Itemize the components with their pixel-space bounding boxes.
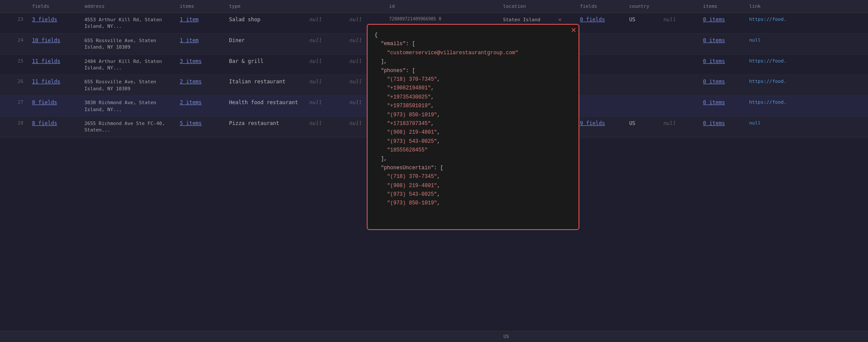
address-cell: 2484 Arthur Kill Rd, Staten Island, NY..… (80, 54, 175, 75)
items-cell[interactable]: 1 item (175, 13, 224, 34)
fields2-cell[interactable] (575, 96, 625, 117)
null3-cell (659, 96, 699, 117)
items-cell[interactable]: 5 items (175, 116, 224, 137)
fields2-cell[interactable]: 9 fields (575, 116, 625, 137)
fields-cell[interactable]: 3 fields (28, 13, 80, 34)
items2-cell[interactable]: 0 items (699, 54, 745, 75)
col-header-link: link (745, 0, 868, 13)
col-header-null1 (305, 0, 345, 13)
null1-cell: null (305, 33, 345, 54)
link-cell[interactable]: https://food. (745, 75, 868, 96)
type-cell: Bar & grill (225, 54, 305, 75)
fields-cell[interactable]: 11 fields (28, 54, 80, 75)
row-number: 26 (0, 75, 28, 96)
col-header-id: id (385, 0, 498, 13)
country-cell (625, 96, 659, 117)
items2-cell[interactable]: 0 items (699, 116, 745, 137)
country-cell: US (625, 13, 659, 34)
popup-close-button[interactable]: ✕ (567, 24, 579, 36)
items2-cell[interactable]: 0 items (699, 75, 745, 96)
type-cell: Italian restaurant (225, 75, 305, 96)
col-header-x (554, 0, 576, 13)
col-header-null3 (659, 0, 699, 13)
link-cell[interactable]: null (745, 116, 868, 137)
col-header-type: type (225, 0, 305, 13)
link-cell[interactable]: https://food. (745, 96, 868, 117)
fields-cell[interactable]: 8 fields (28, 116, 80, 137)
col-header-items2: items (699, 0, 745, 13)
fields-cell[interactable]: 11 fields (28, 75, 80, 96)
null3-cell: null (659, 13, 699, 34)
row-number: 24 (0, 33, 28, 54)
col-header-address: address (80, 0, 175, 13)
address-cell: 655 Rossville Ave, Staten Island, NY 103… (80, 33, 175, 54)
fields2-cell[interactable] (575, 75, 625, 96)
address-cell: 655 Rossville Ave, Staten Island, NY 103… (80, 75, 175, 96)
null3-cell: null (659, 116, 699, 137)
null3-cell (659, 33, 699, 54)
country-cell (625, 33, 659, 54)
link-cell[interactable]: null (745, 33, 868, 54)
null1-cell: null (305, 13, 345, 34)
row-number: 27 (0, 96, 28, 117)
col-header-location: location (499, 0, 554, 13)
fields2-cell[interactable] (575, 33, 625, 54)
items-cell[interactable]: 3 items (175, 54, 224, 75)
null1-cell: null (305, 116, 345, 137)
type-cell: Pizza restaurant (225, 116, 305, 137)
col-header-fields2: fields (575, 0, 625, 13)
row-number: 28 (0, 116, 28, 137)
null1-cell: null (305, 96, 345, 117)
col-header-null2 (345, 0, 385, 13)
type-cell: Diner (225, 33, 305, 54)
null1-cell: null (305, 54, 345, 75)
row-number: 23 (0, 13, 28, 34)
items-cell[interactable]: 1 item (175, 33, 224, 54)
col-header-country: country (625, 0, 659, 13)
items-cell[interactable]: 2 items (175, 75, 224, 96)
null1-cell: null (305, 75, 345, 96)
items2-cell[interactable]: 0 items (699, 33, 745, 54)
country-cell (625, 54, 659, 75)
items2-cell[interactable]: 0 items (699, 13, 745, 34)
main-table-container: fields address items type id location fi… (0, 0, 868, 342)
items2-cell[interactable]: 0 items (699, 96, 745, 117)
footer-country: US (503, 334, 509, 339)
json-detail-popup: ✕ { "emails": [ "customerservice@villare… (367, 24, 579, 230)
row-number: 25 (0, 54, 28, 75)
null3-cell (659, 54, 699, 75)
type-cell: Health food restaurant (225, 96, 305, 117)
col-header-fields1: fields (28, 0, 80, 13)
address-cell: 2655 Richmond Ave Ste FC-40, Staten... (80, 116, 175, 137)
link-cell[interactable]: https://food. (745, 13, 868, 34)
type-cell: Salad shop (225, 13, 305, 34)
address-cell: 3830 Richmond Ave, Staten Island, NY... (80, 96, 175, 117)
col-header-items1: items (175, 0, 224, 13)
country-cell (625, 75, 659, 96)
country-cell: US (625, 116, 659, 137)
items-cell[interactable]: 2 items (175, 96, 224, 117)
link-cell[interactable]: https://food. (745, 54, 868, 75)
fields2-cell[interactable]: 0 fields (575, 13, 625, 34)
null3-cell (659, 75, 699, 96)
address-cell: 4553 Arthur Kill Rd, Staten Island, NY..… (80, 13, 175, 34)
fields-cell[interactable]: 0 fields (28, 96, 80, 117)
fields-cell[interactable]: 10 fields (28, 33, 80, 54)
fields2-cell[interactable] (575, 54, 625, 75)
json-content[interactable]: { "emails": [ "customerservice@villarest… (368, 25, 579, 229)
col-header-num (0, 0, 28, 13)
